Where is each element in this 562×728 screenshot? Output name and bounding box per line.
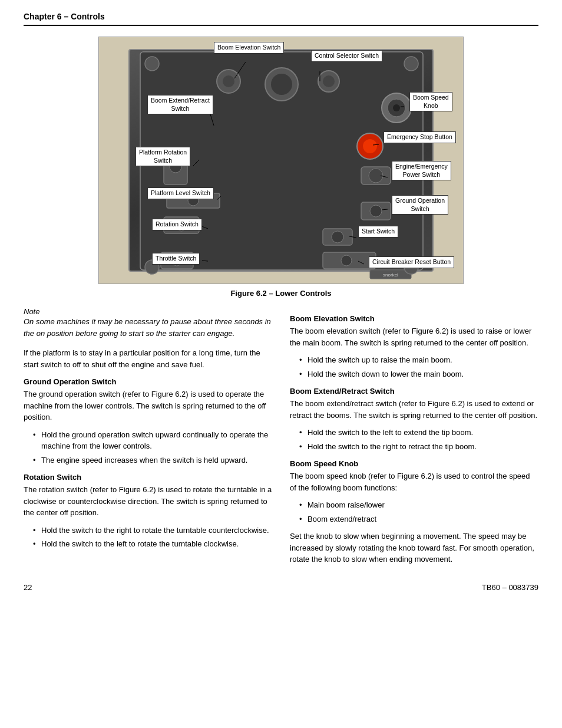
content-area: Note On some machines it may be necessar… xyxy=(24,307,538,571)
callout-platform-level-switch: Platform Level Switch xyxy=(147,187,214,199)
boom-elevation-switch-body: The boom elevation switch (refer to Figu… xyxy=(290,325,538,348)
note-text: On some machines it may be necessary to … xyxy=(24,316,272,339)
bullet-item: Hold the ground operation switch upward … xyxy=(33,429,272,452)
rotation-switch-section: Rotation Switch The rotation switch (ref… xyxy=(24,473,272,550)
rotation-switch-body: The rotation switch (refer to Figure 6.2… xyxy=(24,484,272,519)
ground-operation-switch-bullets: Hold the ground operation switch upward … xyxy=(33,429,272,466)
callout-rotation-switch: Rotation Switch xyxy=(152,219,202,230)
callout-boom-speed-knob: Boom SpeedKnob xyxy=(409,92,452,111)
svg-text:snorkel: snorkel xyxy=(383,272,398,278)
col-left: Note On some machines it may be necessar… xyxy=(24,307,272,571)
bullet-item: Hold the switch to the left to rotate th… xyxy=(33,538,272,550)
bullet-item: Hold the switch to the right to rotate t… xyxy=(33,525,272,536)
figure-wrapper: snorkel xyxy=(98,37,464,284)
boom-speed-knob-bullets: Main boom raise/lower Boom extend/retrac… xyxy=(299,499,538,525)
callout-start-switch: Start Switch xyxy=(358,226,398,238)
rotation-switch-title: Rotation Switch xyxy=(24,473,272,482)
boom-extend-retract-switch-body: The boom extend/retract switch (refer to… xyxy=(290,398,538,421)
page-number: 22 xyxy=(24,583,32,592)
callout-boom-extend-retract-switch: Boom Extend/RetractSwitch xyxy=(147,95,213,114)
rotation-switch-bullets: Hold the switch to the right to rotate t… xyxy=(33,525,272,550)
bullet-item: Boom extend/retract xyxy=(299,513,538,525)
callout-boom-elevation-switch: Boom Elevation Switch xyxy=(214,42,284,54)
bullet-item: Hold the switch to the right to retract … xyxy=(299,441,538,453)
callout-circuit-breaker-reset-button: Circuit Breaker Reset Button xyxy=(369,256,454,268)
col-right: Boom Elevation Switch The boom elevation… xyxy=(290,307,538,571)
doc-number: TB60 – 0083739 xyxy=(482,583,538,592)
chapter-header: Chapter 6 – Controls xyxy=(24,12,538,26)
boom-extend-retract-switch-title: Boom Extend/Retract Switch xyxy=(290,387,538,396)
note-title: Note xyxy=(24,307,272,316)
callout-engine-emergency-power-switch: Engine/EmergencyPower Switch xyxy=(392,161,451,180)
ground-operation-switch-section: Ground Operation Switch The ground opera… xyxy=(24,377,272,466)
bullet-item: Main boom raise/lower xyxy=(299,499,538,511)
callout-ground-operation-switch: Ground OperationSwitch xyxy=(392,195,448,215)
callout-control-selector-switch: Control Selector Switch xyxy=(311,50,382,62)
boom-extend-retract-switch-section: Boom Extend/Retract Switch The boom exte… xyxy=(290,387,538,452)
intro-text: If the platform is to stay in a particul… xyxy=(24,347,272,370)
boom-speed-knob-section: Boom Speed Knob The boom speed knob (ref… xyxy=(290,459,538,565)
boom-extend-retract-switch-bullets: Hold the switch to the left to extend th… xyxy=(299,427,538,452)
figure-caption: Figure 6.2 – Lower Controls xyxy=(24,289,538,298)
bullet-item: The engine speed increases when the swit… xyxy=(33,454,272,466)
bullet-item: Hold the switch down to lower the main b… xyxy=(299,368,538,380)
ground-operation-switch-body: The ground operation switch (refer to Fi… xyxy=(24,388,272,423)
note-block: Note On some machines it may be necessar… xyxy=(24,307,272,339)
callout-throttle-switch: Throttle Switch xyxy=(152,253,200,265)
boom-elevation-switch-title: Boom Elevation Switch xyxy=(290,314,538,323)
ground-operation-switch-title: Ground Operation Switch xyxy=(24,377,272,386)
callout-platform-rotation-switch: Platform RotationSwitch xyxy=(135,147,190,166)
boom-elevation-switch-bullets: Hold the switch up to raise the main boo… xyxy=(299,354,538,380)
bullet-item: Hold the switch up to raise the main boo… xyxy=(299,354,538,366)
callout-emergency-stop-button: Emergency Stop Button xyxy=(384,131,456,143)
boom-speed-knob-title: Boom Speed Knob xyxy=(290,459,538,468)
boom-elevation-switch-section: Boom Elevation Switch The boom elevation… xyxy=(290,314,538,380)
boom-speed-knob-extra: Set the knob to slow when beginning a mo… xyxy=(290,531,538,565)
figure-container: snorkel xyxy=(98,37,464,284)
chapter-title: Chapter 6 – Controls xyxy=(24,12,105,21)
page-footer: 22 TB60 – 0083739 xyxy=(24,583,538,592)
bullet-item: Hold the switch to the left to extend th… xyxy=(299,427,538,439)
boom-speed-knob-body: The boom speed knob (refer to Figure 6.2… xyxy=(290,470,538,493)
